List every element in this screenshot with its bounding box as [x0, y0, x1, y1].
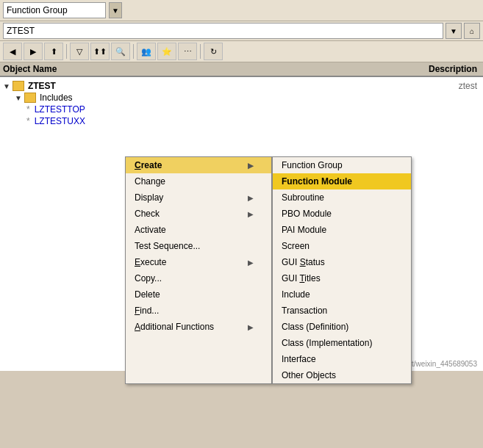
sep1 [66, 44, 67, 59]
more-btn[interactable]: ⋯ [178, 43, 197, 60]
menu-delete-label: Delete [135, 289, 160, 300]
menu-additional-functions[interactable]: Additional Functions ▶ [126, 319, 271, 335]
input-dropdown-btn[interactable]: ▼ [446, 23, 462, 39]
menu-test-sequence-label: Test Sequence... [135, 241, 200, 251]
sep3 [200, 44, 201, 59]
menu-copy-label: Copy... [135, 273, 162, 283]
submenu-class-impl-label: Class (Implementation) [282, 338, 372, 348]
submenu-screen-label: Screen [282, 241, 310, 251]
submenu-pai-module[interactable]: PAI Module [273, 222, 411, 238]
submenu-transaction[interactable]: Transaction [273, 303, 411, 319]
submenu-class-impl[interactable]: Class (Implementation) [273, 335, 411, 351]
submenu-fm-label: Function Module [282, 176, 352, 187]
submenu: Function Group Function Module Subroutin… [272, 156, 412, 384]
menu-add-func-label: Additional Functions [135, 322, 214, 332]
submenu-other-label: Other Objects [282, 370, 336, 380]
menu-change[interactable]: Change [126, 173, 271, 189]
sep2 [133, 44, 134, 59]
submenu-interface-label: Interface [282, 354, 316, 364]
tree-item-lztestuxx[interactable]: * LZTEST​UXX [0, 115, 483, 127]
includes-label: Includes [40, 93, 73, 103]
ztest-desc: ztest [459, 81, 477, 91]
lztestuxx-link[interactable]: LZTEST​UXX [35, 116, 85, 126]
menu-display-label: Display [135, 192, 163, 203]
menu-find[interactable]: Find... [126, 303, 271, 319]
col-description: Description [362, 64, 480, 74]
object-input[interactable] [3, 23, 443, 39]
submenu-gui-titles[interactable]: GUI Titles [273, 270, 411, 286]
check-arrow: ▶ [248, 210, 254, 218]
arrow-icon: ▼ [112, 7, 119, 15]
display-arrow: ▶ [248, 194, 254, 202]
menu-create[interactable]: Create ▶ [126, 157, 271, 173]
menu-display[interactable]: Display ▶ [126, 189, 271, 206]
up-btn[interactable]: ⬆ [44, 43, 63, 60]
filter-btn[interactable]: ▽ [70, 43, 89, 60]
menu-execute[interactable]: Execute ▶ [126, 254, 271, 270]
function-group-dropdown[interactable]: Function Group [3, 2, 106, 18]
submenu-function-group[interactable]: Function Group [273, 157, 411, 173]
star-btn[interactable]: ⭐ [157, 43, 176, 60]
menu-check-label: Check [135, 209, 160, 219]
menu-change-label: Change [135, 176, 165, 187]
expand-btn[interactable]: ⬆⬆ [90, 43, 110, 60]
submenu-screen[interactable]: Screen [273, 238, 411, 254]
forward-btn[interactable]: ▶ [24, 43, 43, 60]
folder-icon-includes [24, 93, 36, 103]
submenu-class-def-label: Class (Definition) [282, 322, 348, 332]
includes-collapse-icon: ▼ [15, 94, 22, 102]
second-bar: ▼ ⌂ [0, 21, 483, 41]
submenu-gui-status-label: GUI Status [282, 257, 325, 267]
context-menu-container: Create ▶ Change Display ▶ Check ▶ Activa… [125, 156, 412, 384]
column-headers: Object Name Description [0, 62, 483, 77]
tree-item-lztesttop[interactable]: * LZTESTTOP [0, 104, 483, 115]
primary-context-menu: Create ▶ Change Display ▶ Check ▶ Activa… [125, 156, 272, 384]
menu-find-label: Find... [135, 306, 159, 316]
ztest-label: ZTEST [28, 81, 56, 91]
tree-item-ztest[interactable]: ▼ ZTEST ztest [0, 80, 483, 92]
top-bar: Function Group ▼ [0, 0, 483, 21]
menu-delete[interactable]: Delete [126, 286, 271, 303]
submenu-other-objects[interactable]: Other Objects [273, 367, 411, 383]
submenu-class-def[interactable]: Class (Definition) [273, 319, 411, 335]
users-btn[interactable]: 👥 [137, 43, 156, 60]
folder-icon-ztest [12, 81, 24, 91]
execute-arrow: ▶ [248, 259, 254, 267]
submenu-include-label: Include [282, 289, 310, 300]
submenu-fg-label: Function Group [282, 160, 343, 170]
submenu-pbo-label: PBO Module [282, 209, 332, 219]
add-func-arrow: ▶ [248, 323, 254, 331]
submenu-pai-label: PAI Module [282, 225, 326, 235]
submenu-gui-titles-label: GUI Titles [282, 273, 321, 283]
create-arrow: ▶ [248, 162, 254, 170]
menu-activate[interactable]: Activate [126, 222, 271, 238]
find-btn[interactable]: 🔍 [111, 43, 130, 60]
menu-activate-label: Activate [135, 225, 166, 235]
refresh-btn[interactable]: ↻ [204, 43, 223, 60]
dropdown-label: Function Group [7, 5, 68, 15]
submenu-sub-label: Subroutine [282, 192, 324, 203]
search-btn[interactable]: ⌂ [464, 23, 480, 39]
submenu-gui-status[interactable]: GUI Status [273, 254, 411, 270]
submenu-subroutine[interactable]: Subroutine [273, 189, 411, 206]
bullet1: * [26, 104, 30, 115]
submenu-function-module[interactable]: Function Module [273, 173, 411, 189]
toolbar: ◀ ▶ ⬆ ▽ ⬆⬆ 🔍 👥 ⭐ ⋯ ↻ [0, 41, 483, 62]
menu-test-sequence[interactable]: Test Sequence... [126, 238, 271, 254]
tree-area: ▼ ZTEST ztest ▼ Includes * LZTESTTOP * L… [0, 77, 483, 371]
lztesttop-link[interactable]: LZTESTTOP [35, 104, 85, 115]
menu-copy[interactable]: Copy... [126, 270, 271, 286]
submenu-transaction-label: Transaction [282, 306, 327, 316]
submenu-interface[interactable]: Interface [273, 351, 411, 367]
menu-check[interactable]: Check ▶ [126, 206, 271, 222]
bullet2: * [26, 116, 30, 126]
collapse-icon: ▼ [3, 82, 10, 90]
back-btn[interactable]: ◀ [3, 43, 22, 60]
menu-execute-label: Execute [135, 257, 166, 267]
dropdown-arrow-btn[interactable]: ▼ [109, 2, 122, 18]
tree-item-includes[interactable]: ▼ Includes [0, 92, 483, 104]
col-object-name: Object Name [3, 64, 362, 74]
submenu-pbo-module[interactable]: PBO Module [273, 206, 411, 222]
submenu-include[interactable]: Include [273, 286, 411, 303]
menu-create-label: Create [135, 160, 162, 170]
